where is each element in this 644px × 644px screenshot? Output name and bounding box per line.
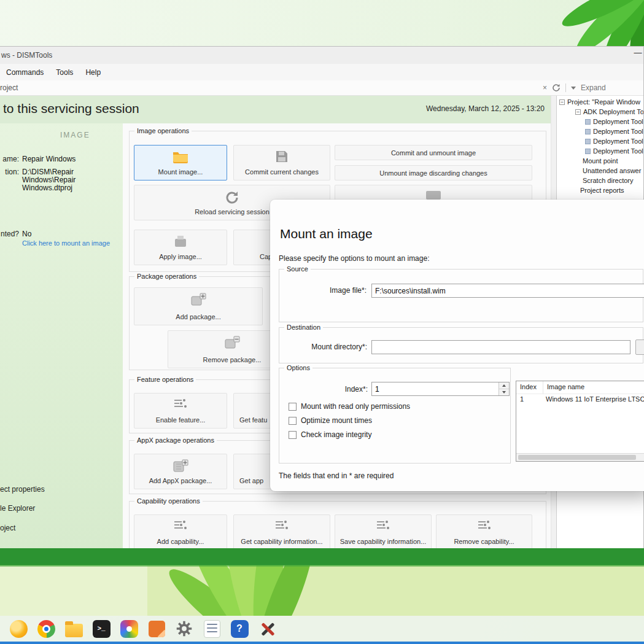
help-icon[interactable]: ? [230, 619, 249, 638]
photos-icon[interactable] [119, 619, 139, 638]
image-file-input[interactable] [371, 284, 644, 298]
commit-current-changes-button[interactable]: Commit current changes [233, 145, 330, 180]
tree-node-deployment-tool[interactable]: Deployment Tool [557, 126, 643, 136]
dialog-title: Mount an image [280, 227, 373, 241]
wallpaper-bottom [0, 548, 644, 616]
menu-commands[interactable]: Commands [0, 66, 50, 79]
add-capability-button[interactable]: Add capability... [134, 514, 227, 548]
add-package-button[interactable]: Add package... [134, 287, 263, 325]
table-row[interactable]: 1 Windows 11 IoT Enterprise LTSC [516, 394, 644, 406]
scrollbar-thumb[interactable] [518, 455, 636, 460]
toolbar-project-label[interactable]: roject [0, 83, 18, 92]
tree-node-unattended-answer[interactable]: Unattended answer [557, 166, 643, 176]
required-fields-note: The fields that end in * are required [279, 471, 394, 480]
integrity-checkbox-row[interactable]: Check image integrity [289, 430, 371, 439]
tree-node-deployment-tool[interactable]: Deployment Tool [557, 117, 643, 126]
image-index-table[interactable]: Index Image name 1 Windows 11 IoT Enterp… [516, 381, 644, 462]
mount-directory-input[interactable] [371, 340, 630, 354]
commit-and-unmount-button[interactable]: Commit and unmount image [335, 145, 532, 160]
expand-button[interactable]: Expand [581, 83, 606, 92]
spinner-up-icon[interactable] [499, 382, 509, 389]
horizontal-scrollbar[interactable] [516, 453, 644, 461]
sidebar-section-title: IMAGE [60, 131, 90, 139]
tree-node-label: Deployment Tool [593, 138, 643, 145]
mount-image-link[interactable]: Click here to mount an image [22, 239, 110, 247]
tree-node-project[interactable]: − Project: "Repair Window [557, 97, 643, 107]
integrity-checkbox[interactable] [289, 431, 297, 439]
mount-image-button[interactable]: Mount image... [134, 145, 227, 180]
add-appx-package-label: Add AppX package... [149, 477, 212, 484]
menu-help[interactable]: Help [79, 66, 107, 79]
table-header[interactable]: Index Image name [516, 381, 644, 394]
tool-icon [585, 139, 591, 144]
tool-icon [585, 119, 591, 125]
sliders-icon [376, 520, 390, 532]
integrity-checkbox-label: Check image integrity [301, 430, 371, 439]
optimize-checkbox-label: Optimize mount times [301, 416, 372, 425]
folder-icon [173, 150, 188, 166]
tasklist-icon[interactable] [202, 619, 222, 638]
chevron-down-icon[interactable] [571, 87, 576, 90]
index-spinner[interactable] [371, 382, 510, 396]
index-label: Index*: [316, 385, 368, 394]
notes-icon[interactable] [147, 619, 166, 638]
collapse-icon[interactable]: − [559, 99, 565, 105]
menu-tools[interactable]: Tools [50, 66, 79, 79]
sidebar-item-file-explorer[interactable]: le Explorer [0, 504, 35, 513]
source-group-title: Source [284, 265, 311, 273]
tree-node-mount-point[interactable]: Mount point [557, 156, 643, 166]
close-icon[interactable]: × [543, 83, 547, 92]
sidebar-item-project-properties[interactable]: ect properties [0, 485, 45, 494]
tree-node-project-reports[interactable]: Project reports [557, 185, 643, 195]
get-capability-info-button[interactable]: Get capability information... [233, 514, 330, 548]
sidebar-item-project[interactable]: oject [0, 524, 15, 532]
enable-feature-label: Enable feature... [156, 416, 206, 424]
refresh-icon[interactable] [552, 83, 561, 92]
menubar: Commands Tools Help [0, 64, 643, 80]
settings-icon[interactable] [174, 619, 194, 638]
group-title: Feature operations [134, 376, 196, 383]
optimize-checkbox[interactable] [289, 417, 297, 425]
unmount-discard-button[interactable]: Unmount image discarding changes [335, 165, 532, 180]
file-explorer-icon[interactable] [64, 619, 83, 638]
column-index[interactable]: Index [516, 381, 543, 394]
edge-icon[interactable] [9, 619, 28, 638]
optimize-checkbox-row[interactable]: Optimize mount times [289, 416, 372, 425]
tree-node-deployment-tool[interactable]: Deployment Tool [557, 146, 643, 156]
image-location-line: Windows\Repair [22, 176, 76, 184]
commit-current-changes-label: Commit current changes [245, 168, 319, 176]
tree-node-label: Deployment Tool [593, 128, 643, 135]
tool-icon [585, 129, 591, 134]
readonly-checkbox-row[interactable]: Mount with read only permissions [289, 402, 410, 411]
tree-node-label: Deployment Tool [593, 147, 643, 155]
tree-node-deployment-tool[interactable]: Deployment Tool [557, 136, 643, 146]
readonly-checkbox[interactable] [289, 403, 297, 411]
browse-button[interactable] [635, 339, 644, 355]
remove-capability-button[interactable]: Remove capability... [436, 514, 532, 548]
index-input[interactable] [372, 382, 499, 395]
spinner-down-icon[interactable] [499, 389, 509, 395]
tree-node-label: Project reports [580, 187, 624, 194]
tree-node-adk-tools[interactable]: − ADK Deployment Too [557, 107, 643, 117]
tree-node-label: Project: "Repair Window [567, 98, 640, 106]
cell-index: 1 [516, 394, 543, 406]
tree-node-scratch-directory[interactable]: Scratch directory [557, 176, 643, 185]
column-image-name[interactable]: Image name [543, 381, 644, 394]
sliders-icon [173, 520, 188, 532]
session-banner: to this servicing session Wednesday, Mar… [0, 96, 551, 123]
taskbar-accent-strip [0, 642, 644, 644]
collapse-icon[interactable]: − [575, 109, 581, 115]
add-appx-package-button[interactable]: Add AppX package... [134, 454, 227, 489]
cell-image-name: Windows 11 IoT Enterprise LTSC [543, 394, 644, 406]
desktop: ws - DISMTools — Commands Tools Help roj… [0, 0, 644, 644]
minimize-button[interactable]: — [632, 48, 643, 57]
dismtools-icon[interactable] [257, 619, 277, 638]
chrome-icon[interactable] [36, 619, 56, 638]
enable-feature-button[interactable]: Enable feature... [134, 393, 227, 429]
group-title: Package operations [134, 273, 199, 280]
image-location-label: tion: [0, 168, 19, 176]
save-capability-info-button[interactable]: Save capability information... [335, 514, 432, 548]
toolbar-separator [565, 83, 566, 92]
apply-image-button[interactable]: Apply image... [134, 230, 227, 265]
terminal-icon[interactable]: >_ [91, 619, 111, 638]
